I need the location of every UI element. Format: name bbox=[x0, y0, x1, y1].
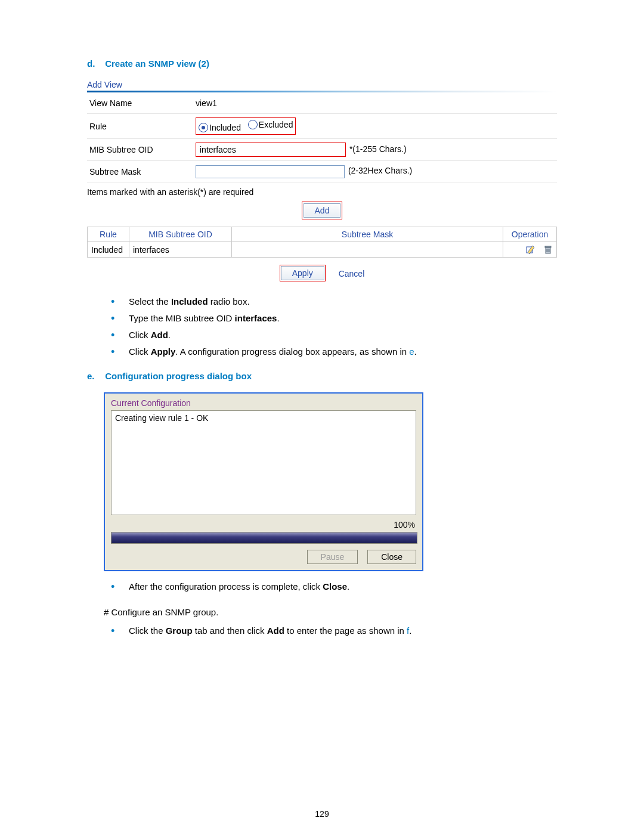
rules-cell-ops bbox=[503, 242, 557, 258]
progress-title: Current Configuration bbox=[111, 398, 416, 408]
radio-selected-icon bbox=[199, 123, 208, 132]
view-name-value: view1 bbox=[193, 92, 557, 114]
list-item: Select the Included radio box. bbox=[111, 293, 557, 310]
close-button[interactable]: Close bbox=[367, 550, 416, 564]
mib-label: MIB Subtree OID bbox=[87, 139, 193, 161]
apply-highlight: Apply bbox=[280, 265, 326, 281]
mask-hint: (2-32Hex Chars.) bbox=[347, 166, 412, 175]
rules-cell-rule: Included bbox=[88, 242, 129, 258]
step-d-instructions: Select the Included radio box. Type the … bbox=[111, 293, 557, 360]
rules-header-rule: Rule bbox=[88, 227, 129, 242]
rules-table: Rule MIB Subtree OID Subtree Mask Operat… bbox=[87, 227, 557, 258]
apply-button[interactable]: Apply bbox=[281, 266, 324, 280]
mib-input[interactable] bbox=[196, 143, 345, 156]
step-d-title: Create an SNMP view (2) bbox=[105, 58, 209, 69]
list-item: Click Apply. A configuration progress di… bbox=[111, 343, 557, 360]
progress-percent: 100% bbox=[112, 520, 415, 529]
mib-highlight bbox=[196, 143, 346, 157]
progress-bar bbox=[111, 532, 417, 544]
rules-cell-mib: interfaces bbox=[129, 242, 232, 258]
rules-cell-mask bbox=[232, 242, 503, 258]
rule-included-text: Included bbox=[209, 123, 241, 132]
edit-icon[interactable] bbox=[525, 245, 535, 255]
apply-cancel-row: Apply Cancel bbox=[87, 265, 557, 281]
step-d-heading: d. Create an SNMP view (2) bbox=[87, 57, 557, 70]
mask-input[interactable] bbox=[196, 165, 345, 178]
list-item: Click the Group tab and then click Add t… bbox=[111, 623, 557, 639]
rules-header-operation: Operation bbox=[503, 227, 557, 242]
snmp-add-view-panel: Add View View Name view1 Rule Included bbox=[87, 80, 557, 281]
rule-included-radio[interactable]: Included bbox=[196, 121, 243, 134]
rules-header-row: Rule MIB Subtree OID Subtree Mask Operat… bbox=[88, 227, 557, 242]
fields-table: View Name view1 Rule Included Excluded bbox=[87, 92, 557, 182]
view-name-label: View Name bbox=[87, 92, 193, 114]
list-item: Click Add. bbox=[111, 327, 557, 343]
step-f-instructions: Click the Group tab and then click Add t… bbox=[111, 623, 557, 639]
panel-title: Add View bbox=[87, 80, 557, 89]
rules-row: Included interfaces bbox=[88, 242, 557, 258]
list-item: Type the MIB subtree OID interfaces. bbox=[111, 310, 557, 327]
step-e-instructions: After the configuration process is compl… bbox=[111, 578, 557, 595]
rules-header-mib: MIB Subtree OID bbox=[129, 227, 232, 242]
rules-header-mask: Subtree Mask bbox=[232, 227, 503, 242]
svg-rect-2 bbox=[545, 246, 551, 247]
add-button[interactable]: Add bbox=[304, 203, 341, 218]
rule-label: Rule bbox=[87, 114, 193, 139]
rule-highlight: Included Excluded bbox=[196, 117, 296, 135]
step-e-title: Configuration progress dialog box bbox=[105, 371, 252, 381]
mib-hint: *(1-255 Chars.) bbox=[348, 144, 407, 154]
page-number: 129 bbox=[0, 809, 644, 819]
required-note: Items marked with an asterisk(*) are req… bbox=[87, 187, 557, 197]
progress-dialog: Current Configuration 100% Pause Close bbox=[104, 392, 423, 571]
list-item: After the configuration process is compl… bbox=[111, 578, 557, 595]
rule-excluded-text: Excluded bbox=[259, 120, 293, 129]
step-e-heading: e. Configuration progress dialog box bbox=[87, 370, 557, 383]
cancel-button[interactable]: Cancel bbox=[339, 270, 365, 279]
mask-label: Subtree Mask bbox=[87, 161, 193, 182]
step-d-label: d. bbox=[87, 57, 103, 70]
group-note: # Configure an SNMP group. bbox=[104, 605, 557, 620]
radio-unselected-icon bbox=[248, 120, 258, 129]
progress-log bbox=[111, 410, 416, 515]
trash-icon[interactable] bbox=[543, 245, 553, 255]
rule-excluded-radio[interactable]: Excluded bbox=[246, 118, 296, 131]
add-highlight: Add bbox=[302, 202, 343, 219]
step-e-label: e. bbox=[87, 370, 103, 383]
pause-button: Pause bbox=[307, 550, 358, 564]
